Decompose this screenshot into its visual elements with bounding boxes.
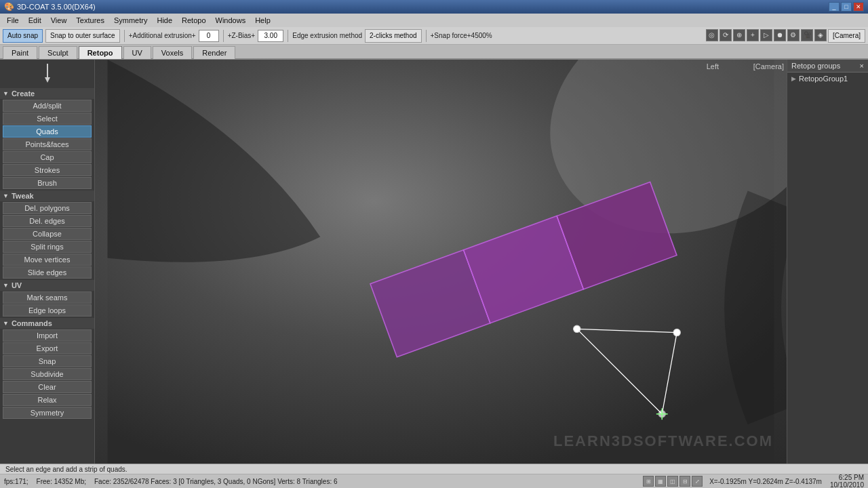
toolbar-icon-6[interactable]: ⏺ (774, 29, 786, 41)
menu-symmetry[interactable]: Symmetry (110, 15, 152, 26)
toolbar-icon-5[interactable]: ▷ (760, 29, 772, 41)
btn-quads[interactable]: Quads (3, 125, 92, 138)
right-panel-title: Retopo groups (791, 62, 840, 70)
status-icon-4[interactable]: ⊟ (679, 476, 690, 487)
btn-snap[interactable]: Snap (3, 355, 92, 367)
app-icon: 🎨 (4, 2, 14, 12)
btn-points-faces[interactable]: Points&faces (3, 138, 92, 150)
tab-bar: Paint Sculpt Retopo UV Voxels Render (0, 45, 868, 60)
status-bar: Select an edge and add a strip of quads.… (0, 464, 868, 488)
menu-retopo[interactable]: Retopo (178, 15, 210, 26)
status-icon-5[interactable]: ⤢ (692, 476, 703, 487)
btn-mark-seams[interactable]: Mark seams (3, 291, 92, 304)
menu-view[interactable]: View (47, 15, 71, 26)
btn-relax[interactable]: Relax (3, 394, 92, 406)
toolbar-icon-8[interactable]: 🎥 (801, 29, 813, 41)
brush-icon (41, 64, 54, 84)
section-create-label: Create (12, 89, 35, 98)
viewport[interactable]: [Camera] Left LEARN3DSOFTWARE.COM (95, 60, 787, 464)
menu-textures[interactable]: Textures (72, 15, 108, 26)
menu-hide[interactable]: Hide (153, 15, 176, 26)
toolbar-separator-1 (124, 30, 125, 42)
status-hint: Select an edge and add a strip of quads. (5, 466, 127, 473)
btn-edge-loops[interactable]: Edge loops (3, 304, 92, 317)
additional-extrusion-label: +Additional extrusion+ (129, 32, 196, 39)
status-icons-area: ⊞ ▦ ◫ ⊟ ⤢ (640, 476, 705, 487)
section-uv-label: UV (12, 281, 22, 289)
arrow-commands: ▼ (3, 320, 9, 327)
btn-del-polygons[interactable]: Del. polygons (3, 202, 92, 214)
window-controls: _ □ ✕ (829, 2, 864, 12)
btn-clear[interactable]: Clear (3, 381, 92, 393)
section-create[interactable]: ▼ Create (0, 88, 94, 99)
btn-export[interactable]: Export (3, 342, 92, 354)
btn-subdivide[interactable]: Subdivide (3, 368, 92, 380)
app-title: 🎨 3D-COAT 3.5.00(DX64) (4, 2, 96, 12)
menu-help[interactable]: Help (251, 15, 275, 26)
z-bias-input[interactable] (258, 30, 283, 42)
tab-uv[interactable]: UV (123, 46, 151, 59)
status-memory: Free: 14352 Mb; (33, 478, 90, 485)
btn-del-edges[interactable]: Del. edges (3, 215, 92, 227)
btn-move-vertices[interactable]: Move vertices (3, 253, 92, 266)
menu-edit[interactable]: Edit (24, 15, 45, 26)
menu-bar: File Edit View Textures Symmetry Hide Re… (0, 14, 868, 27)
status-icon-2[interactable]: ▦ (655, 476, 666, 487)
retopo-group-label: RetopoGroup1 (799, 75, 848, 83)
section-tweak[interactable]: ▼ Tweak (0, 190, 94, 201)
retopo-group-item[interactable]: ▶ RetopoGroup1 (787, 73, 868, 85)
btn-symmetry[interactable]: Symmetry (3, 407, 92, 419)
section-uv[interactable]: ▼ UV (0, 280, 94, 291)
right-panel-close[interactable]: × (860, 62, 864, 70)
section-commands[interactable]: ▼ Commands (0, 318, 94, 329)
menu-file[interactable]: File (3, 15, 23, 26)
scene-svg (95, 60, 787, 464)
status-hint-line: Select an edge and add a strip of quads. (0, 464, 868, 474)
btn-split-rings[interactable]: Split rings (3, 241, 92, 253)
title-bar: 🎨 3D-COAT 3.5.00(DX64) _ □ ✕ (0, 0, 868, 14)
btn-brush[interactable]: Brush (3, 177, 92, 189)
btn-slide-edges[interactable]: Slide edges (3, 266, 92, 279)
toolbar-icon-2[interactable]: ⟳ (719, 29, 732, 41)
toolbar-icon-4[interactable]: + (747, 29, 759, 41)
brush-cursor-area (0, 61, 94, 87)
status-icon-3[interactable]: ◫ (667, 476, 678, 487)
status-datetime: 6:25 PM 10/10/2010 (826, 474, 868, 488)
snap-force-label: +Snap force+4500% (431, 32, 492, 39)
section-commands-label: Commands (12, 319, 52, 327)
right-panel: Retopo groups × ▶ RetopoGroup1 (787, 60, 868, 464)
btn-import[interactable]: Import (3, 329, 92, 342)
tab-sculpt[interactable]: Sculpt (39, 46, 77, 59)
close-button[interactable]: ✕ (853, 2, 864, 12)
sidebar: ▼ Create Add/split Select Quads Points&f… (0, 60, 95, 464)
title-text: 3D-COAT 3.5.00(DX64) (17, 3, 96, 11)
clicks-method-button[interactable]: 2-clicks method (365, 29, 421, 43)
btn-cap[interactable]: Cap (3, 151, 92, 163)
tab-voxels[interactable]: Voxels (153, 46, 192, 59)
auto-snap-button[interactable]: Auto snap (3, 29, 43, 43)
camera-button[interactable]: [Camera] (828, 29, 865, 43)
minimize-button[interactable]: _ (829, 2, 840, 12)
toolbar-icon-1[interactable]: ◎ (706, 29, 718, 41)
maximize-button[interactable]: □ (841, 2, 852, 12)
toolbar-icon-3[interactable]: ⊕ (733, 29, 745, 41)
snap-to-button[interactable]: Snap to outer surface (45, 29, 120, 43)
tab-render[interactable]: Render (193, 46, 235, 59)
toolbar-separator-4 (426, 30, 427, 42)
menu-windows[interactable]: Windows (212, 15, 250, 26)
tab-retopo[interactable]: Retopo (79, 46, 122, 59)
extrusion-input[interactable] (199, 30, 219, 42)
btn-strokes[interactable]: Strokes (3, 164, 92, 176)
toolbar-icon-7[interactable]: ⚙ (787, 29, 800, 41)
camera-label: [Camera] (753, 62, 784, 70)
status-icon-1[interactable]: ⊞ (643, 476, 654, 487)
retopo-group-arrow: ▶ (791, 75, 796, 82)
toolbar-icon-9[interactable]: ◈ (814, 29, 827, 41)
btn-add-split[interactable]: Add/split (3, 100, 92, 112)
tab-paint[interactable]: Paint (3, 46, 37, 59)
toolbar-separator-3 (288, 30, 288, 42)
btn-select[interactable]: Select (3, 113, 92, 125)
status-info-line: fps:171; Free: 14352 Mb; Face: 2352/6247… (0, 474, 868, 488)
arrow-tweak: ▼ (3, 192, 9, 199)
btn-collapse[interactable]: Collapse (3, 228, 92, 240)
